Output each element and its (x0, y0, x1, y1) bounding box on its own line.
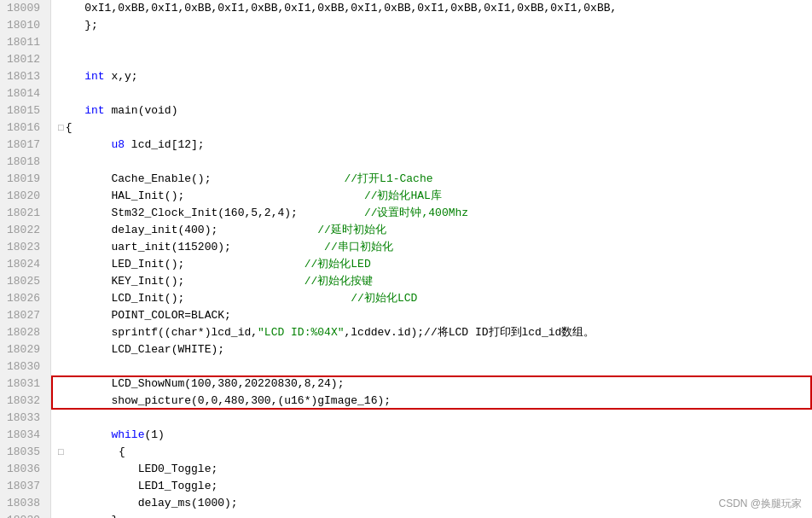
code-token: delay_ms(1000); (58, 495, 238, 512)
code-token: KEY_Init(); (58, 273, 184, 290)
line-number: 18039 (7, 512, 44, 518)
code-token: //打开L1-Cache (211, 171, 432, 188)
line-number: 18032 (7, 393, 44, 410)
line-number: 18022 (7, 222, 44, 239)
code-line: delay_ms(1000); (58, 495, 805, 512)
code-line: 0xI1,0xBB,0xI1,0xBB,0xI1,0xBB,0xI1,0xBB,… (58, 0, 805, 17)
code-content[interactable]: 0xI1,0xBB,0xI1,0xBB,0xI1,0xBB,0xI1,0xBB,… (51, 0, 812, 518)
code-line: sprintf((char*)lcd_id,"LCD ID:%04X",lcdd… (58, 324, 805, 341)
code-token: 0xI1,0xBB,0xI1,0xBB,0xI1,0xBB,0xI1,0xBB,… (58, 0, 617, 17)
code-token: int (84, 68, 104, 85)
code-token (58, 137, 111, 154)
code-line: HAL_Init(); //初始化HAL库 (58, 188, 805, 205)
code-line: LCD_Init(); //初始化LCD (58, 290, 805, 307)
line-number: 18014 (7, 85, 44, 102)
line-number: 18034 (7, 427, 44, 444)
line-number: 18027 (7, 307, 44, 324)
line-number: 18030 (7, 358, 44, 375)
code-token: LED_Init(); (58, 256, 184, 273)
code-token: while (111, 427, 144, 444)
code-token: { (66, 444, 125, 461)
line-number: 18029 (7, 341, 44, 358)
line-number: 18017 (7, 137, 44, 154)
code-token (58, 68, 84, 85)
code-token: POINT_COLOR=BLACK; (58, 307, 231, 324)
code-token: "LCD ID:%04X" (258, 324, 344, 341)
code-line (58, 34, 805, 51)
line-number: 18012 (7, 51, 44, 68)
code-token: ,lcddev.id);//将LCD ID打印到lcd_id数组。 (344, 324, 594, 341)
code-line: □ { (58, 444, 805, 461)
code-token: //初始化HAL库 (184, 188, 442, 205)
code-token: show_picture(0,0,480,300,(u16*)gImage_16… (58, 393, 391, 410)
line-number: 18035 (7, 444, 44, 461)
code-line: u8 lcd_id[12]; (58, 137, 805, 154)
code-token: //串口初始化 (231, 239, 393, 256)
line-number: 18019 (7, 171, 44, 188)
code-token: Stm32_Clock_Init(160,5,2,4); (58, 205, 298, 222)
code-token: { (66, 119, 72, 137)
code-area: 1800918010180111801218013180141801518016… (0, 0, 812, 518)
line-number: 18031 (7, 375, 44, 393)
code-line: Stm32_Clock_Init(160,5,2,4); //设置时钟,400M… (58, 205, 805, 222)
code-line: int x,y; (58, 68, 805, 85)
line-number: 18020 (7, 188, 44, 205)
code-token: } (58, 512, 118, 518)
code-line: delay_init(400); //延时初始化 (58, 222, 805, 239)
code-token: LCD_Clear(WHITE); (58, 341, 224, 358)
line-number: 18015 (7, 102, 44, 119)
code-line: LCD_Clear(WHITE); (58, 341, 805, 358)
fold-icon[interactable]: □ (58, 444, 64, 461)
code-token: //初始化按键 (184, 273, 373, 290)
code-token: HAL_Init(); (58, 188, 184, 205)
line-number: 18010 (7, 17, 44, 34)
code-line: LED1_Toggle; (58, 478, 805, 495)
code-line (58, 358, 805, 375)
code-token: x,y; (105, 68, 138, 85)
code-token (58, 427, 111, 444)
line-number: 18023 (7, 239, 44, 256)
code-token: int (84, 102, 104, 119)
code-token: //初始化LED (184, 256, 370, 273)
code-line: show_picture(0,0,480,300,(u16*)gImage_16… (58, 393, 805, 410)
code-token: delay_init(400); (58, 222, 218, 239)
line-number: 18016 (7, 119, 44, 137)
code-token: //初始化LCD (184, 290, 417, 307)
line-number: 18033 (7, 410, 44, 427)
code-line (58, 410, 805, 427)
code-line: LED0_Toggle; (58, 461, 805, 478)
code-token: LED1_Toggle; (58, 478, 218, 495)
code-token: lcd_id[12]; (125, 137, 205, 154)
code-token (58, 102, 84, 119)
code-line: □{ (58, 119, 805, 137)
code-token: LCD_ShowNum(100,380,20220830,8,24); (58, 375, 344, 393)
code-token: (1) (144, 427, 164, 444)
line-number: 18038 (7, 495, 44, 512)
code-line: uart_init(115200); //串口初始化 (58, 239, 805, 256)
code-line: KEY_Init(); //初始化按键 (58, 273, 805, 290)
code-line: while(1) (58, 427, 805, 444)
code-line: Cache_Enable(); //打开L1-Cache (58, 171, 805, 188)
code-token: }; (84, 17, 98, 34)
code-line: } (58, 512, 805, 518)
code-token: //设置时钟,400Mhz (298, 205, 468, 222)
line-number: 18028 (7, 324, 44, 341)
line-number: 18037 (7, 478, 44, 495)
line-numbers: 1800918010180111801218013180141801518016… (0, 0, 51, 518)
code-token: u8 (111, 137, 125, 154)
code-token: Cache_Enable(); (58, 171, 211, 188)
code-editor: 1800918010180111801218013180141801518016… (0, 0, 812, 518)
code-line: LED_Init(); //初始化LED (58, 256, 805, 273)
code-token: main(void) (105, 102, 178, 119)
code-token (58, 17, 84, 34)
code-line (58, 51, 805, 68)
code-token: LED0_Toggle; (58, 461, 218, 478)
line-number: 18026 (7, 290, 44, 307)
watermark: CSDN @换腿玩家 (718, 497, 802, 511)
code-line: int main(void) (58, 102, 805, 119)
fold-icon[interactable]: □ (58, 119, 64, 137)
code-token: //延时初始化 (218, 222, 386, 239)
line-number: 18009 (7, 0, 44, 17)
code-token: uart_init(115200); (58, 239, 231, 256)
code-line: }; (58, 17, 805, 34)
